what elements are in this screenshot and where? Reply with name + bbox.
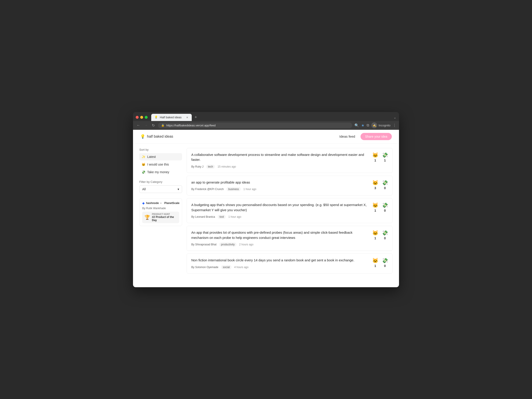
sort-option-take-money[interactable]: 💸 Take my money xyxy=(139,168,182,176)
idea-meta-3: By Leonard Branica tool 1 hour ago xyxy=(191,215,369,219)
forward-button[interactable]: → xyxy=(143,122,149,128)
cat-count-5: 1 xyxy=(374,264,376,268)
money-vote-5[interactable]: 💸 0 xyxy=(382,258,388,268)
sort-would-use-emoji: 🐱 xyxy=(142,163,145,166)
money-emoji-5: 💸 xyxy=(382,258,388,264)
money-count-2: 0 xyxy=(384,186,386,190)
idea-author-2: By Frederick @KPI Crunch xyxy=(191,187,224,191)
idea-title-2: an app to generate profitable app ideas xyxy=(191,180,369,185)
reload-button[interactable]: ↻ xyxy=(151,122,156,128)
lock-icon: 🔒 xyxy=(161,124,165,127)
idea-votes-1: 🐱 1 💸 1 xyxy=(372,152,388,162)
idea-meta-5: By Solomon Oyemade social 4 hours ago xyxy=(191,265,369,269)
cat-count-4: 1 xyxy=(374,236,376,240)
idea-content-5: Non fiction international book circle ev… xyxy=(191,258,369,269)
idea-author-1: By Ruky J xyxy=(191,165,203,168)
idea-title-5: Non fiction international book circle ev… xyxy=(191,258,369,263)
idea-card-4[interactable]: An app that provides lot of questions wi… xyxy=(187,226,393,251)
ph-label: PRODUCT HUNT xyxy=(152,213,177,215)
hashnode-icon: ◆ xyxy=(142,201,145,205)
money-emoji-4: 💸 xyxy=(382,230,388,236)
browser-chrome: 💡 Half baked ideas × + ⌄ ← → ↻ 🔒 https:/… xyxy=(133,112,399,130)
idea-category-4: productivity xyxy=(219,243,236,247)
idea-time-3: 1 hour ago xyxy=(228,215,241,218)
idea-category-3: tool xyxy=(218,215,226,219)
address-bar: ← → ↻ 🔒 https://halfbakedideas.vercel.ap… xyxy=(133,121,399,130)
search-icon[interactable]: 🔍 xyxy=(355,123,359,128)
cat-vote-5[interactable]: 🐱 1 xyxy=(372,258,378,268)
money-vote-2[interactable]: 💸 0 xyxy=(382,180,388,190)
idea-meta-4: By Shivaprasad Bhat productivity 2 hours… xyxy=(191,243,369,247)
money-vote-1[interactable]: 💸 1 xyxy=(382,152,388,162)
idea-title-4: An app that provides lot of questions wi… xyxy=(191,230,369,240)
header-right: Ideas feed Share your idea xyxy=(339,133,392,140)
share-your-idea-button[interactable]: Share your idea xyxy=(361,133,392,140)
address-icons: 🔍 ★ ⧉ 🕵 Incognito ⋮ xyxy=(355,122,396,128)
money-emoji-2: 💸 xyxy=(382,180,388,186)
money-vote-3[interactable]: 💸 0 xyxy=(382,202,388,212)
idea-card-1[interactable]: A collaborative software development pro… xyxy=(187,148,393,173)
money-count-1: 1 xyxy=(384,159,386,162)
filter-by-category-label: Filter by Category xyxy=(139,180,182,184)
sort-option-would-use[interactable]: 🐱 I would use this xyxy=(139,161,182,168)
logo-emoji: 💡 xyxy=(140,134,145,139)
sort-by-label: Sort by xyxy=(139,148,182,151)
idea-card-5[interactable]: Non fiction international book circle ev… xyxy=(187,254,393,274)
promo-author: By Rutik Wankhade xyxy=(142,207,179,210)
active-tab[interactable]: 💡 Half baked ideas × xyxy=(151,114,192,121)
tab-more-button[interactable]: ⌄ xyxy=(394,116,396,119)
incognito-avatar: 🕵 xyxy=(371,122,377,128)
tab-bar: 💡 Half baked ideas × + ⌄ xyxy=(133,112,399,121)
trophy-icon: 🏆 xyxy=(145,215,150,220)
more-options-icon[interactable]: ⋮ xyxy=(393,123,396,128)
filter-section: Filter by Category All ▾ xyxy=(139,180,182,193)
idea-category-5: social xyxy=(221,265,232,269)
back-button[interactable]: ← xyxy=(136,122,141,128)
cat-vote-4[interactable]: 🐱 1 xyxy=(372,230,378,240)
sort-latest-emoji: ✨ xyxy=(142,155,145,159)
cat-vote-3[interactable]: 🐱 1 xyxy=(372,202,378,212)
logo-text: half baked ideas xyxy=(147,135,173,138)
promo-x: × xyxy=(160,202,162,205)
close-button[interactable] xyxy=(136,116,139,119)
idea-content-4: An app that provides lot of questions wi… xyxy=(191,230,369,247)
sort-option-latest[interactable]: ✨ Latest xyxy=(139,153,182,160)
cat-emoji-5: 🐱 xyxy=(372,258,378,264)
window-controls xyxy=(136,116,148,119)
money-count-4: 0 xyxy=(384,236,386,240)
sort-take-money-label: Take my money xyxy=(147,170,169,174)
url-text: https://halfbakedideas.vercel.app/feed xyxy=(166,124,349,127)
cat-count-1: 1 xyxy=(374,159,376,162)
idea-card-3[interactable]: A budgeting app that's shows you persona… xyxy=(187,198,393,223)
idea-author-5: By Solomon Oyemade xyxy=(191,266,218,269)
idea-content-3: A budgeting app that's shows you persona… xyxy=(191,202,369,219)
idea-title-1: A collaborative software development pro… xyxy=(191,152,369,162)
idea-time-2: 1 hour ago xyxy=(243,187,256,191)
cat-vote-1[interactable]: 🐱 1 xyxy=(372,152,378,162)
product-hunt-badge[interactable]: 🏆 PRODUCT HUNT #2 Product of the Day xyxy=(142,212,179,223)
tab-favicon: 💡 xyxy=(154,116,158,119)
new-tab-button[interactable]: + xyxy=(193,114,199,121)
incognito-badge[interactable]: 🕵 Incognito xyxy=(371,122,390,128)
sidebar: Sort by ✨ Latest 🐱 I would use this 💸 Ta… xyxy=(139,148,182,276)
cat-emoji-3: 🐱 xyxy=(372,202,378,208)
idea-meta-1: By Ruky J tech 15 minutes ago xyxy=(191,165,369,169)
browser-window: 💡 Half baked ideas × + ⌄ ← → ↻ 🔒 https:/… xyxy=(133,112,399,287)
idea-card-2[interactable]: an app to generate profitable app ideas … xyxy=(187,176,393,196)
money-vote-4[interactable]: 💸 0 xyxy=(382,230,388,240)
minimize-button[interactable] xyxy=(140,116,143,119)
ideas-feed-link[interactable]: Ideas feed xyxy=(339,135,355,138)
tab-close-button[interactable]: × xyxy=(186,116,189,119)
app-logo[interactable]: 💡 half baked ideas xyxy=(140,134,173,139)
url-bar[interactable]: 🔒 https://halfbakedideas.vercel.app/feed xyxy=(158,123,352,128)
bookmark-icon[interactable]: ★ xyxy=(361,123,364,128)
extensions-icon[interactable]: ⧉ xyxy=(367,123,369,127)
planetscale-text: PlanetScale xyxy=(164,201,179,205)
idea-votes-4: 🐱 1 💸 0 xyxy=(372,230,388,240)
idea-content-1: A collaborative software development pro… xyxy=(191,152,369,169)
cat-vote-2[interactable]: 🐱 3 xyxy=(372,180,378,190)
sort-latest-label: Latest xyxy=(147,155,156,159)
idea-category-1: tech xyxy=(206,165,215,169)
category-select[interactable]: All ▾ xyxy=(139,185,182,193)
maximize-button[interactable] xyxy=(145,116,148,119)
